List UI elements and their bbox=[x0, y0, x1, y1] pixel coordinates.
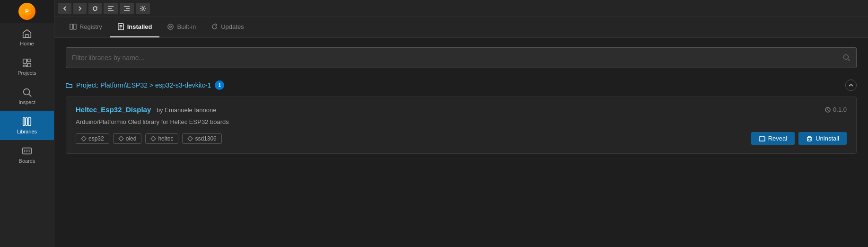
registry-tab-icon bbox=[70, 23, 77, 30]
project-title-group: Project: Platform\ESP32 > esp32-s3-devki… bbox=[66, 80, 224, 90]
svg-rect-5 bbox=[27, 63, 31, 67]
svg-rect-2 bbox=[26, 35, 28, 37]
app-logo: P bbox=[18, 3, 35, 20]
sidebar-item-home-label: Home bbox=[20, 41, 34, 46]
toolbar-settings-button[interactable] bbox=[136, 3, 150, 14]
tag-icon-ssd1306 bbox=[187, 136, 193, 141]
svg-marker-36 bbox=[81, 136, 86, 141]
align-left-icon bbox=[107, 6, 114, 11]
sidebar-item-projects-label: Projects bbox=[18, 70, 36, 76]
tab-updates[interactable]: Updates bbox=[203, 17, 251, 37]
library-name: Heltec_Esp32_Display bbox=[76, 106, 151, 114]
installed-tab-icon bbox=[117, 23, 124, 30]
library-version-group: 0.1.0 bbox=[824, 106, 847, 113]
updates-tab-icon bbox=[211, 23, 218, 30]
chevron-up-icon bbox=[848, 82, 854, 88]
tabs-bar: Registry Installed Built-in Updates bbox=[54, 17, 868, 38]
svg-rect-24 bbox=[73, 24, 76, 29]
projects-icon bbox=[22, 58, 32, 68]
uninstall-icon bbox=[806, 135, 813, 142]
library-description: Arduino/Platformio Oled library for Helt… bbox=[76, 118, 847, 125]
svg-text:P: P bbox=[25, 9, 28, 14]
search-icon bbox=[843, 54, 850, 62]
home-icon bbox=[22, 28, 32, 39]
boards-icon bbox=[22, 146, 32, 156]
svg-point-29 bbox=[168, 24, 173, 29]
sidebar-item-inspect-label: Inspect bbox=[18, 99, 35, 105]
tab-installed-label: Installed bbox=[127, 23, 152, 30]
sidebar: P Home Projects Inspect Libraries Boards bbox=[0, 0, 54, 247]
svg-point-31 bbox=[844, 55, 849, 60]
library-author: by Emanuele Iannone bbox=[157, 106, 216, 114]
tab-updates-label: Updates bbox=[221, 23, 244, 30]
sidebar-item-home[interactable]: Home bbox=[0, 23, 54, 52]
libraries-content: Project: Platform\ESP32 > esp32-s3-devki… bbox=[54, 38, 868, 247]
svg-rect-3 bbox=[23, 59, 26, 63]
svg-rect-23 bbox=[70, 24, 73, 29]
toolbar-back-button[interactable] bbox=[58, 3, 71, 14]
svg-rect-6 bbox=[23, 65, 26, 67]
toolbar-forward-button[interactable] bbox=[73, 3, 87, 14]
sidebar-item-boards-label: Boards bbox=[19, 158, 35, 164]
sidebar-item-libraries[interactable]: Libraries bbox=[0, 111, 54, 140]
align-right-icon bbox=[123, 6, 130, 11]
back-icon bbox=[62, 6, 68, 11]
folder-icon bbox=[66, 82, 72, 88]
tag-icon-heltec bbox=[150, 136, 156, 141]
tab-registry[interactable]: Registry bbox=[62, 17, 110, 37]
inspect-icon bbox=[22, 87, 32, 97]
forward-icon bbox=[77, 6, 83, 11]
sidebar-item-boards[interactable]: Boards bbox=[0, 140, 54, 169]
svg-marker-37 bbox=[119, 136, 123, 141]
library-footer: esp32 oled heltec ssd1306 bbox=[76, 132, 847, 145]
search-input[interactable] bbox=[72, 54, 843, 62]
svg-line-8 bbox=[29, 94, 31, 97]
reload-icon bbox=[92, 6, 98, 11]
project-badge: 1 bbox=[215, 80, 224, 90]
library-version: 0.1.0 bbox=[833, 106, 847, 113]
tag-ssd1306: ssd1306 bbox=[182, 133, 221, 144]
svg-rect-10 bbox=[26, 118, 27, 126]
main-content: Registry Installed Built-in Updates Pr bbox=[54, 0, 868, 247]
tag-esp32: esp32 bbox=[76, 133, 109, 144]
library-tags: esp32 oled heltec ssd1306 bbox=[76, 133, 222, 144]
tab-builtin-label: Built-in bbox=[177, 23, 196, 30]
tag-icon-oled bbox=[118, 136, 124, 141]
sidebar-item-libraries-label: Libraries bbox=[17, 129, 37, 134]
tab-registry-label: Registry bbox=[79, 23, 102, 30]
sidebar-item-projects[interactable]: Projects bbox=[0, 52, 54, 81]
uninstall-label: Uninstall bbox=[815, 135, 839, 142]
svg-marker-39 bbox=[188, 136, 193, 141]
builtin-tab-icon bbox=[167, 23, 174, 30]
reveal-button[interactable]: Reveal bbox=[751, 132, 795, 145]
svg-point-30 bbox=[170, 26, 172, 27]
svg-rect-40 bbox=[759, 137, 765, 141]
svg-line-35 bbox=[828, 110, 829, 111]
reveal-label: Reveal bbox=[768, 135, 787, 142]
library-header: Heltec_Esp32_Display by Emanuele Iannone… bbox=[76, 106, 847, 114]
tab-installed[interactable]: Installed bbox=[110, 17, 160, 37]
toolbar bbox=[54, 0, 868, 17]
collapse-button[interactable] bbox=[845, 79, 857, 91]
svg-rect-4 bbox=[27, 59, 31, 62]
svg-line-32 bbox=[848, 59, 850, 62]
project-section: Project: Platform\ESP32 > esp32-s3-devki… bbox=[66, 78, 857, 154]
sidebar-item-inspect[interactable]: Inspect bbox=[0, 81, 54, 111]
svg-rect-9 bbox=[23, 118, 25, 126]
project-header[interactable]: Project: Platform\ESP32 > esp32-s3-devki… bbox=[66, 78, 857, 93]
svg-rect-43 bbox=[807, 137, 811, 141]
project-title-text: Project: Platform\ESP32 > esp32-s3-devki… bbox=[76, 81, 211, 89]
toolbar-align-left-button[interactable] bbox=[104, 3, 118, 14]
svg-point-22 bbox=[142, 8, 144, 9]
action-buttons: Reveal Uninstall bbox=[751, 132, 847, 145]
tag-icon-esp32 bbox=[81, 136, 87, 141]
svg-rect-11 bbox=[28, 118, 31, 126]
tag-heltec: heltec bbox=[145, 133, 178, 144]
toolbar-reload-button[interactable] bbox=[88, 3, 102, 14]
settings-icon bbox=[140, 5, 146, 12]
library-card: Heltec_Esp32_Display by Emanuele Iannone… bbox=[66, 97, 857, 154]
uninstall-button[interactable]: Uninstall bbox=[798, 132, 847, 145]
toolbar-align-right-button[interactable] bbox=[120, 3, 134, 14]
tab-builtin[interactable]: Built-in bbox=[159, 17, 203, 37]
library-title-group: Heltec_Esp32_Display by Emanuele Iannone bbox=[76, 106, 216, 114]
